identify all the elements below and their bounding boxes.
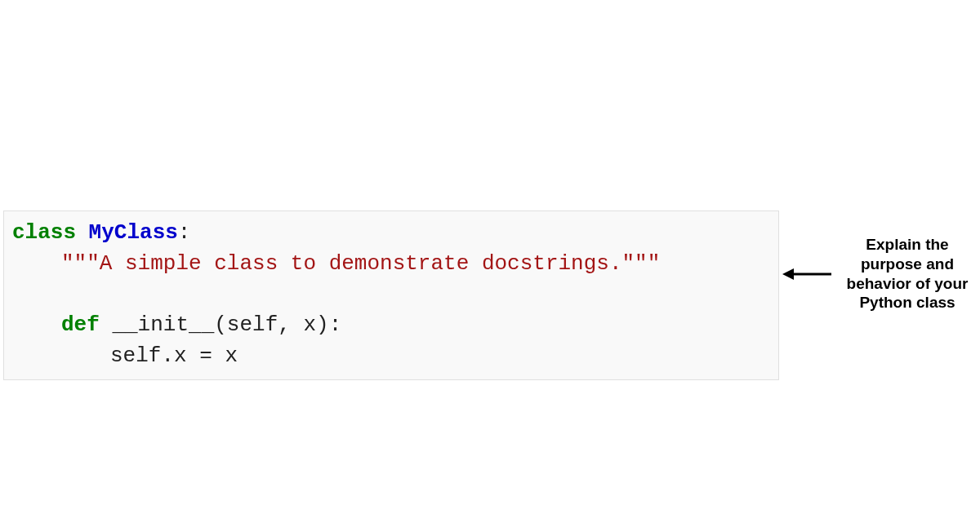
keyword-def: def: [61, 312, 100, 337]
def-signature: __init__(self, x):: [100, 312, 341, 337]
code-block: class MyClass: """A simple class to demo…: [3, 210, 779, 380]
code-line-1: class MyClass:: [12, 218, 770, 249]
colon: :: [178, 220, 191, 245]
code-line-5: self.x = x: [12, 341, 770, 372]
code-line-4: def __init__(self, x):: [12, 310, 770, 341]
annotation-text: Explain the purpose and behavior of your…: [836, 235, 978, 312]
arrow-left-icon: [782, 265, 831, 283]
keyword-class: class: [12, 220, 76, 245]
class-name: MyClass: [76, 220, 178, 245]
svg-marker-1: [782, 268, 794, 280]
code-line-2: """A simple class to demonstrate docstri…: [12, 249, 770, 280]
assignment: self.x = x: [110, 343, 238, 368]
docstring: """A simple class to demonstrate docstri…: [61, 251, 660, 276]
code-line-blank: [12, 279, 770, 310]
annotation: Explain the purpose and behavior of your…: [782, 235, 978, 312]
